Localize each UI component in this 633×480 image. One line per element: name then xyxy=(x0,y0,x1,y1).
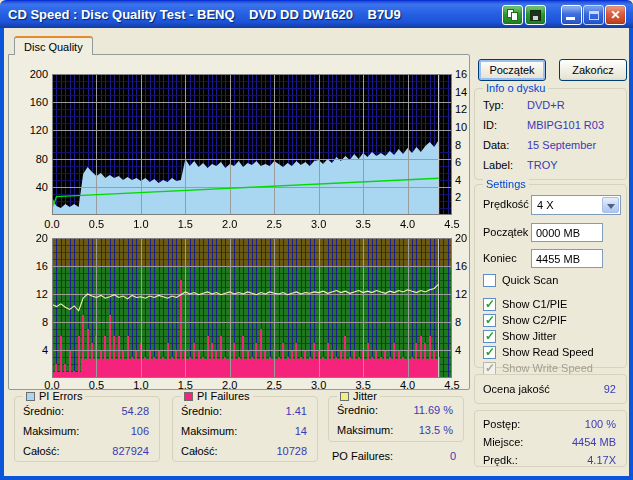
copy-button[interactable] xyxy=(502,5,523,25)
top-chart-left-tick: 160 xyxy=(20,96,48,108)
top-chart-right-tick: 16 xyxy=(455,68,477,80)
checkbox-show-jitter[interactable]: Show Jitter xyxy=(483,329,556,343)
jitter-max-row: Maksimum: 13.5 % xyxy=(337,424,453,438)
bottom-chart-left-tick: 20 xyxy=(20,232,48,244)
jitter-max-value: 13.5 % xyxy=(419,424,453,436)
close-icon: ✕ xyxy=(606,6,625,24)
speed-value: 4 X xyxy=(537,199,554,211)
top-chart-x-tick: 4.5 xyxy=(437,218,467,230)
start-button-label: Początek xyxy=(489,64,534,76)
top-chart-x-tick: 0.5 xyxy=(81,218,111,230)
save-icon xyxy=(530,10,541,21)
current-speed-value: 4.17X xyxy=(587,454,616,466)
speed-row: Prędk.: 4.17X xyxy=(483,454,616,468)
po-failures-label: PO Failures: xyxy=(332,450,393,462)
bottom-chart-left-tick: 4 xyxy=(20,344,48,356)
disc-info-title: Info o dysku xyxy=(483,82,548,94)
pi-errors-total-label: Całość: xyxy=(23,445,60,457)
disc-label-value: TROY xyxy=(527,159,558,171)
pi-errors-caption: PI Errors xyxy=(23,390,85,402)
title-bar: CD Speed : Disc Quality Test - BENQ DVD … xyxy=(0,0,633,28)
jitter-legend-swatch xyxy=(340,392,349,401)
top-chart-x-tick: 3.0 xyxy=(304,218,334,230)
pi-failures-total-row: Całość: 10728 xyxy=(181,445,307,459)
bottom-chart-left-tick: 8 xyxy=(20,316,48,328)
show-read-speed-checkbox-box xyxy=(483,346,496,359)
disc-type-value: DVD+R xyxy=(527,99,565,111)
quality-score-value: 92 xyxy=(604,383,616,395)
start-button[interactable]: Początek xyxy=(478,59,546,81)
disc-label-row: Label: TROY xyxy=(483,159,618,173)
speed-select[interactable]: 4 X xyxy=(531,195,621,215)
progress-label: Postęp: xyxy=(483,418,520,430)
tab-label: Disc Quality xyxy=(24,41,83,53)
show-write-speed-checkbox-box xyxy=(483,362,496,375)
pi-failures-total-label: Całość: xyxy=(181,445,218,457)
maximize-icon xyxy=(589,11,599,20)
pi-errors-chart xyxy=(52,74,452,215)
close-button[interactable]: ✕ xyxy=(605,5,626,25)
quality-score-box: Ocena jakość 92 xyxy=(474,374,627,404)
top-chart-x-tick: 0.0 xyxy=(37,218,67,230)
window-border-right xyxy=(629,28,633,480)
stop-button-label: Zakończ xyxy=(572,64,614,76)
jitter-avg-value: 11.69 % xyxy=(413,404,453,416)
top-chart-left-tick: 40 xyxy=(20,181,48,193)
pi-errors-total-value: 827924 xyxy=(112,445,149,457)
bottom-chart-x-tick: 2.5 xyxy=(259,379,289,391)
show-jitter-label: Show Jitter xyxy=(502,330,556,342)
quick-scan-label: Quick Scan xyxy=(502,274,558,286)
current-speed-label: Prędk.: xyxy=(483,454,518,466)
pi-failures-legend-swatch xyxy=(184,392,193,401)
bottom-chart-x-tick: 4.0 xyxy=(393,379,423,391)
quality-score-row: Ocena jakość 92 xyxy=(483,383,616,397)
pi-failures-max-value: 14 xyxy=(295,425,307,437)
disc-date-value: 15 September xyxy=(527,139,596,151)
tab-disc-quality[interactable]: Disc Quality xyxy=(14,36,93,55)
disc-date-label: Data: xyxy=(483,139,509,151)
jitter-max-label: Maksimum: xyxy=(337,424,393,436)
end-position-input[interactable] xyxy=(531,249,603,268)
chevron-down-icon[interactable] xyxy=(602,197,619,213)
quick-scan-checkbox-box xyxy=(483,274,496,287)
window-border-left xyxy=(0,28,4,480)
show-c1-pie-label: Show C1/PIE xyxy=(502,298,567,310)
disc-label-label: Label: xyxy=(483,159,513,171)
show-c2-pif-label: Show C2/PIF xyxy=(502,314,567,326)
jitter-caption: Jitter xyxy=(337,390,380,402)
checkbox-show-c2-pif[interactable]: Show C2/PIF xyxy=(483,313,567,327)
maximize-button[interactable] xyxy=(583,5,604,25)
show-c2-pif-checkbox-box xyxy=(483,314,496,327)
checkbox-show-read-speed[interactable]: Show Read Speed xyxy=(483,345,594,359)
save-button[interactable] xyxy=(525,5,546,25)
bottom-chart-x-tick: 4.5 xyxy=(437,379,467,391)
show-c1-pie-checkbox-box xyxy=(483,298,496,311)
top-chart-x-tick: 2.5 xyxy=(259,218,289,230)
position-value: 4454 MB xyxy=(572,436,616,448)
pi-failures-avg-row: Średnio: 1.41 xyxy=(181,405,307,419)
top-chart-x-tick: 4.0 xyxy=(393,218,423,230)
jitter-groupbox: Jitter Średnio: 11.69 % Maksimum: 13.5 % xyxy=(328,396,464,442)
minimize-button[interactable] xyxy=(561,5,582,25)
jitter-avg-row: Średnio: 11.69 % xyxy=(337,404,453,418)
quality-score-label: Ocena jakość xyxy=(483,383,550,395)
pi-failures-groupbox: PI Failures Średnio: 1.41 Maksimum: 14 C… xyxy=(172,396,318,462)
checkbox-show-c1-pie[interactable]: Show C1/PIE xyxy=(483,297,567,311)
top-chart-left-tick: 80 xyxy=(20,153,48,165)
end-position-label: Koniec xyxy=(483,252,517,264)
disc-id-label: ID: xyxy=(483,119,497,131)
checkbox-quick-scan[interactable]: Quick Scan xyxy=(483,273,558,287)
disc-info-groupbox: Info o dysku Typ: DVD+R ID: MBIPG101 R03… xyxy=(474,88,627,180)
top-chart-x-tick: 3.5 xyxy=(348,218,378,230)
pi-failures-max-row: Maksimum: 14 xyxy=(181,425,307,439)
pi-failures-max-label: Maksimum: xyxy=(181,425,237,437)
pi-failures-avg-value: 1.41 xyxy=(286,405,307,417)
bottom-chart-left-tick: 12 xyxy=(20,288,48,300)
top-chart-x-tick: 1.0 xyxy=(126,218,156,230)
pi-errors-max-value: 106 xyxy=(131,425,149,437)
top-chart-left-tick: 200 xyxy=(20,68,48,80)
start-position-input[interactable] xyxy=(531,223,603,242)
stop-button[interactable]: Zakończ xyxy=(559,59,627,81)
pi-errors-avg-value: 54.28 xyxy=(121,405,149,417)
bottom-chart-x-tick: 1.0 xyxy=(126,379,156,391)
